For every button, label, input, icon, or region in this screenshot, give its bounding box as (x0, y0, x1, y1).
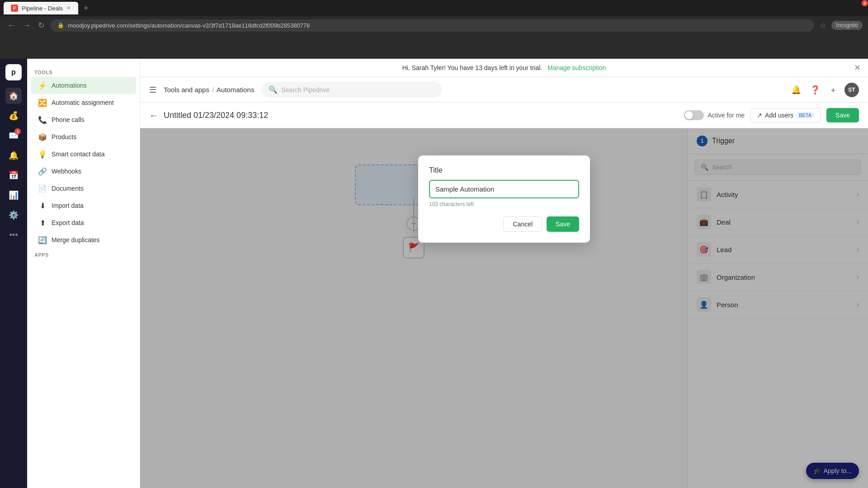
browser-actions: ☆ Incognito (818, 19, 863, 32)
toggle-thumb (685, 111, 693, 119)
reload-btn[interactable]: ↻ (36, 19, 47, 32)
products-icon: 📦 (38, 132, 47, 141)
sidebar-item-automatic-assignment-label: Automatic assignment (52, 99, 114, 106)
notifications-btn[interactable]: 🔔 9 (789, 83, 803, 97)
rail-icon-more[interactable]: ••• (5, 227, 22, 243)
active-tab[interactable]: P Pipeline - Deals ✕ (4, 2, 78, 14)
share-icon: ↗ (757, 112, 762, 119)
active-toggle[interactable] (684, 110, 704, 120)
new-tab-btn[interactable]: + (80, 2, 92, 15)
app-container: p 🏠 💰 ✉️ 1 🔔 📅 📊 ⚙️ ••• TOOLS ⚡ Automati… (0, 59, 868, 488)
rail-icon-deals[interactable]: 💰 (5, 108, 22, 124)
dialog-overlay: Title 103 characters left Cancel Save (140, 128, 868, 488)
apps-section-title: APPS (27, 249, 140, 259)
merge-icon: 🔄 (38, 235, 47, 244)
tab-bar: P Pipeline - Deals ✕ + (0, 0, 868, 16)
sidebar-item-import-label: Import data (52, 202, 84, 209)
app-header: ☰ Tools and apps / Automations 🔍 Search … (140, 77, 868, 103)
sidebar-item-export-label: Export data (52, 219, 84, 226)
active-toggle-label: Active for me (708, 112, 745, 119)
sidebar-item-merge-label: Merge duplicates (52, 236, 100, 244)
address-bar-row: ← → ↻ 🔒 moodjoy.pipedrive.com/settings/a… (0, 16, 868, 34)
sidebar-item-documents[interactable]: 📄 Documents (31, 180, 136, 197)
sidebar-item-phone-calls[interactable]: 📞 Phone calls (31, 111, 136, 128)
rename-dialog: Title 103 characters left Cancel Save (418, 155, 590, 243)
sidebar-item-import[interactable]: ⬇ Import data (31, 197, 136, 214)
address-bar[interactable]: 🔒 moodjoy.pipedrive.com/settings/automat… (50, 19, 814, 32)
tab-close-btn[interactable]: ✕ (66, 5, 71, 11)
import-icon: ⬇ (38, 201, 47, 210)
app-logo[interactable]: p (5, 64, 22, 80)
automatic-assignment-icon: 🔀 (38, 98, 47, 107)
canvas-header-right: Active for me ↗ Add users BETA Save (684, 108, 859, 122)
sidebar-item-automatic-assignment[interactable]: 🔀 Automatic assignment (31, 94, 136, 111)
dialog-title-input[interactable] (429, 180, 579, 198)
sidebar-item-export[interactable]: ⬆ Export data (31, 214, 136, 231)
smart-contact-icon: 💡 (38, 150, 47, 159)
breadcrumb-separator: / (212, 86, 214, 94)
dialog-title: Title (429, 166, 579, 174)
header-actions: 🔔 9 ❓ ＋ ST (789, 83, 859, 97)
canvas-back-btn[interactable]: ← (149, 110, 158, 121)
rail-icon-settings[interactable]: ⚙️ (5, 207, 22, 223)
sidebar-item-smart-contact-label: Smart contact data (52, 150, 105, 158)
search-placeholder: Search Pipedrive (281, 86, 330, 94)
manage-subscription-link[interactable]: Manage subscription (547, 64, 606, 71)
beta-badge: BETA (796, 112, 814, 118)
browser-chrome: P Pipeline - Deals ✕ + ← → ↻ 🔒 moodjoy.p… (0, 0, 868, 59)
canvas-body: + 🚩 1 Trigger 🔍 Search (140, 128, 868, 488)
banner-close-btn[interactable]: ✕ (854, 63, 861, 73)
sidebar-item-webhooks-label: Webhooks (52, 168, 81, 175)
star-btn[interactable]: ☆ (818, 19, 828, 32)
incognito-badge[interactable]: Incognito (831, 21, 863, 30)
canvas-save-btn[interactable]: Save (826, 108, 859, 122)
webhooks-icon: 🔗 (38, 167, 47, 176)
export-icon: ⬆ (38, 218, 47, 227)
canvas-area: ← Untitled 01/23/2024 09:33:12 Active fo… (140, 103, 868, 488)
add-users-label: Add users (765, 112, 793, 119)
sidebar-item-phone-calls-label: Phone calls (52, 116, 84, 123)
documents-icon: 📄 (38, 184, 47, 193)
user-avatar[interactable]: ST (844, 83, 859, 97)
sidebar: TOOLS ⚡ Automations 🔀 Automatic assignme… (27, 59, 140, 488)
sidebar-item-products[interactable]: 📦 Products (31, 128, 136, 145)
sidebar-item-smart-contact[interactable]: 💡 Smart contact data (31, 145, 136, 163)
phone-calls-icon: 📞 (38, 115, 47, 124)
active-toggle-group: Active for me (684, 110, 745, 120)
rail-icon-bell[interactable]: 🔔 (5, 147, 22, 164)
sidebar-item-automations-label: Automations (52, 82, 87, 89)
search-icon: 🔍 (269, 85, 278, 94)
sidebar-item-automations[interactable]: ⚡ Automations (31, 77, 136, 94)
trial-banner: Hi, Sarah Tyler! You have 13 days left i… (140, 59, 868, 77)
tools-section-title: TOOLS (27, 66, 140, 77)
automations-icon: ⚡ (38, 81, 47, 90)
canvas-title[interactable]: Untitled 01/23/2024 09:33:12 (164, 111, 268, 120)
sidebar-item-webhooks[interactable]: 🔗 Webhooks (31, 163, 136, 180)
breadcrumb-root[interactable]: Tools and apps (164, 86, 209, 94)
dialog-cancel-btn[interactable]: Cancel (503, 216, 542, 232)
breadcrumb: Tools and apps / Automations (164, 86, 254, 94)
back-nav-btn[interactable]: ← (5, 19, 17, 32)
global-search-bar[interactable]: 🔍 Search Pipedrive (261, 82, 442, 98)
sidebar-item-products-label: Products (52, 133, 76, 141)
mail-badge: 1 (14, 128, 21, 135)
lock-icon: 🔒 (57, 22, 64, 28)
rail-icon-mail[interactable]: ✉️ 1 (5, 127, 22, 144)
plus-btn[interactable]: ＋ (827, 83, 839, 97)
left-rail: p 🏠 💰 ✉️ 1 🔔 📅 📊 ⚙️ ••• (0, 59, 27, 488)
banner-text: Hi, Sarah Tyler! You have 13 days left i… (402, 64, 542, 71)
help-btn[interactable]: ❓ (808, 83, 822, 97)
rail-icon-calendar[interactable]: 📅 (5, 167, 22, 183)
rail-icon-home[interactable]: 🏠 (5, 88, 22, 104)
breadcrumb-current: Automations (217, 86, 254, 94)
tab-title: Pipeline - Deals (22, 5, 63, 12)
forward-nav-btn[interactable]: → (21, 19, 33, 32)
tab-favicon: P (11, 5, 18, 12)
address-text: moodjoy.pipedrive.com/settings/automatio… (68, 22, 310, 29)
menu-toggle-btn[interactable]: ☰ (149, 85, 156, 95)
sidebar-item-merge[interactable]: 🔄 Merge duplicates (31, 231, 136, 249)
dialog-actions: Cancel Save (429, 216, 579, 232)
add-users-btn[interactable]: ↗ Add users BETA (750, 108, 821, 122)
dialog-save-btn[interactable]: Save (547, 216, 579, 232)
rail-icon-reports[interactable]: 📊 (5, 187, 22, 203)
